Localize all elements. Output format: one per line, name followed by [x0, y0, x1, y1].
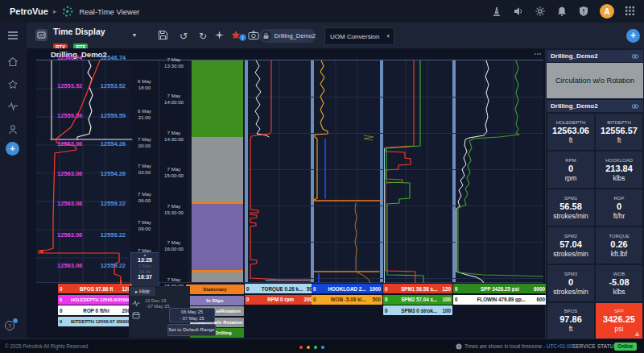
time-tick: 7 May13:30:00: [159, 56, 188, 69]
brand-logo-text[interactable]: PetroVue: [10, 6, 48, 16]
scale-bar-spm1[interactable]: 0SPM1 56.58 s...120: [383, 284, 452, 293]
activity-pulse-icon[interactable]: [7, 102, 19, 114]
auto-arrange-button[interactable]: [214, 30, 227, 43]
bpos-value-marker: [120, 280, 122, 284]
scale-bar-bpos[interactable]: 0BPOS 97.86 ft120: [58, 284, 132, 293]
scale-bar-spp[interactable]: 0SPP 3426.25 psi6000: [453, 284, 547, 293]
undo-button[interactable]: ↺: [177, 30, 190, 43]
menu-hamburger-icon[interactable]: [7, 31, 19, 43]
uom-conversion-select[interactable]: UOM Conversion ▾: [324, 27, 394, 45]
volume-icon[interactable]: [513, 6, 524, 17]
scale-bar-wob[interactable]: 0WOB -5.08 kl...500: [312, 295, 382, 305]
time-range-controls: ▸ Hide 12 Dec 19- 07 May 25 06 May 25- 0…: [129, 286, 190, 338]
full-range-pulse-icon: [132, 300, 140, 307]
value-cell-spm1: SPM156.58strokes/min: [547, 189, 594, 226]
rail-add-button[interactable]: +: [6, 142, 19, 156]
lock-icon: [262, 31, 271, 41]
save-button[interactable]: [158, 30, 171, 43]
panel-options-icon[interactable]: [631, 53, 639, 60]
status-panel-header[interactable]: Drilling_Demo2: [547, 50, 643, 62]
values-panel-title: Drilling_Demo2: [551, 102, 631, 110]
view-title: Time Display: [53, 27, 105, 36]
apps-grid-icon[interactable]: [625, 6, 636, 17]
range-start-time: 13:28: [131, 257, 159, 264]
app-title: Real-Time Viewer: [79, 7, 139, 16]
status-panel-title: Drilling_Demo2: [551, 52, 631, 60]
legend-in-slips: In Slips: [186, 296, 244, 305]
home-icon[interactable]: [7, 56, 19, 69]
scale-bar-spm3[interactable]: 0SPM3 0 strok...100: [383, 305, 452, 315]
panel-options-icon[interactable]: [631, 103, 639, 110]
timezone-link[interactable]: UTC+01:00: [547, 343, 572, 349]
service-status-label: SERVICE STATUS: [572, 343, 617, 349]
alerts-shield-icon[interactable]: [578, 6, 589, 17]
set-default-range-button[interactable]: Set to Default Range: [167, 324, 216, 336]
help-notification-dot: [12, 318, 19, 324]
depth-label-row: 12563.0612559.22: [36, 262, 127, 270]
notifications-badge-button[interactable]: i: [230, 30, 248, 43]
values-panel-header[interactable]: Drilling_Demo2: [547, 100, 643, 112]
time-axis-right: 7 May13:30:00 7 May14:00:00 7 May14:30:0…: [159, 60, 188, 282]
notifications-bell-icon[interactable]: [556, 6, 568, 17]
rig-icon[interactable]: [491, 6, 502, 17]
view-dropdown-caret-icon[interactable]: ▾: [133, 31, 136, 39]
depth-label-row: 12546.7412546.74: [36, 54, 127, 62]
right-sidebar: Drilling_Demo2 Circulation w/o Rotation …: [546, 48, 644, 338]
user-avatar[interactable]: A: [600, 4, 614, 19]
view-type-icon: [35, 29, 47, 41]
value-cell-spp-alarm: SPP3426.25psi: [596, 303, 642, 338]
scale-bar-flowin[interactable]: 0FLOWIN 479.89 gp...600: [453, 295, 547, 305]
copyright-text: © 2025 Petrolink All Rights Reserved: [5, 343, 88, 349]
status-dot-blue: [321, 346, 324, 349]
top-header: PetroVue ▸ Real-Time Viewer A: [0, 0, 644, 23]
value-cell-bpos: BPOS97.86ft: [547, 303, 594, 338]
value-cell-spm2: SPM257.04strokes/min: [547, 227, 594, 264]
user-profile-icon[interactable]: [7, 124, 19, 136]
info-icon: i: [456, 343, 462, 350]
status-dot-green: [314, 346, 317, 349]
scale-bar-holedepth[interactable]: 0HOLEDEPTH 12563.06 ft25000: [58, 295, 132, 305]
svg-text:i: i: [242, 35, 243, 40]
petrovue-app: PetroVue ▸ Real-Time Viewer A: [0, 0, 644, 353]
hide-caret-icon: ▸: [135, 289, 138, 294]
favorites-star-icon[interactable]: [7, 79, 19, 91]
time-tick: 7 May03:00: [130, 163, 159, 175]
scale-bar-spm2[interactable]: 0SPM2 57.04 s...100: [383, 295, 452, 305]
depth-label-row: 12563.0612559.22: [36, 200, 127, 208]
full-range-label[interactable]: 12 Dec 19- 07 May 25: [145, 298, 170, 309]
workspace-name: Drilling_Demo2: [275, 32, 316, 39]
scale-bar-torque[interactable]: 0TORQUE 0.26 k...50: [245, 284, 314, 293]
depth-label-row: 12553.5212553.52: [36, 82, 127, 90]
time-axis-left: 6 May18:00 6 May21:00 7 May00:00 7 May03…: [130, 60, 159, 282]
value-cell-wob: WOB-5.08klbs: [596, 265, 642, 301]
time-tick: 6 May21:00: [130, 108, 159, 120]
depth-label-row: 12563.0612554.26: [36, 140, 127, 148]
status-dot-orange: [307, 346, 310, 349]
svg-text:i: i: [458, 344, 459, 349]
scale-bar-rop[interactable]: 0ROP 0 ft/hr200: [58, 305, 132, 315]
settings-gear-icon[interactable]: [535, 6, 546, 17]
add-panel-button[interactable]: +: [626, 29, 640, 43]
value-cell-holedepth: HOLEDEPTH12563.06ft: [547, 114, 594, 150]
current-activity-status: Circulation w/o Rotation: [547, 63, 643, 98]
depth-label-row: 12559.5912559.59: [36, 112, 127, 120]
footer-bar: © 2025 Petrolink All Rights Reserved i T…: [0, 338, 644, 353]
time-tick: 7 May14:00:00: [159, 93, 188, 105]
time-tick: 7 May09:00: [130, 219, 159, 231]
redo-button[interactable]: ↻: [196, 30, 209, 43]
value-cell-spm3: SPM30strokes/min: [547, 265, 594, 301]
time-tick: 7 May16:00:00: [159, 239, 188, 251]
time-tick: 7 May15:30:00: [159, 203, 188, 215]
scale-bar-rpm[interactable]: 0RPM 0 rpm200: [245, 295, 314, 305]
alarm-corner-icon: [634, 331, 640, 337]
selected-range-box[interactable]: 06 May 25- 07 May 25: [169, 308, 215, 322]
service-status-badge: Online: [614, 343, 637, 351]
hide-panel-button[interactable]: ▸ Hide: [130, 287, 155, 296]
selected-time-range[interactable]: ▴ 13:28 7 May 15:00 16:37: [130, 252, 159, 289]
legend-stationary: Stationary: [186, 284, 244, 294]
value-cell-rpm: RPM0rpm: [547, 152, 594, 188]
scale-bar-hookload[interactable]: 0HOOKLOAD 2...1000: [312, 284, 382, 293]
workspace-pill[interactable]: Drilling_Demo2: [259, 29, 316, 43]
scale-bar-bitdepth[interactable]: 0BITDEPTH 12556.57 ft20000: [58, 317, 132, 326]
time-tick: 7 May15:00:00: [159, 166, 188, 178]
